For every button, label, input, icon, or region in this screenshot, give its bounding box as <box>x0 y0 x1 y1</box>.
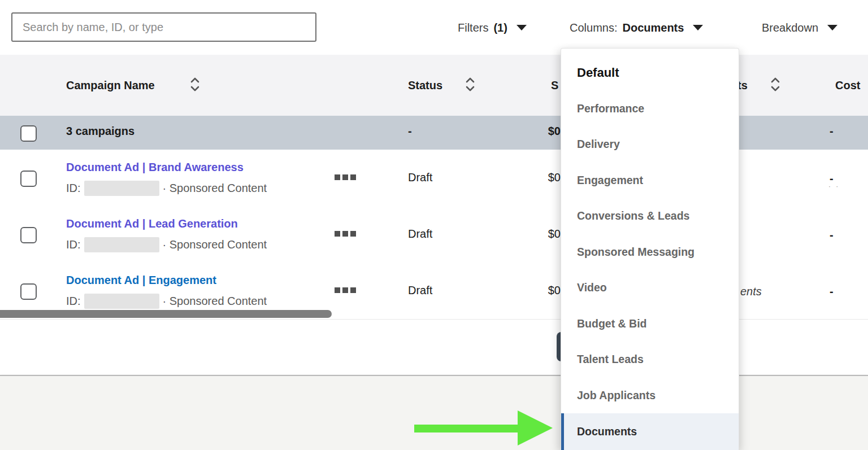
chevron-down-icon <box>693 25 703 30</box>
summary-status: - <box>408 125 412 138</box>
campaign-link[interactable]: Document Ad | Engagement <box>66 274 216 287</box>
status-value: Draft <box>408 228 432 241</box>
menu-item-conversions-leads[interactable]: Conversions & Leads <box>561 198 739 234</box>
menu-item-default[interactable]: Default <box>561 55 739 91</box>
status-value: Draft <box>408 284 432 297</box>
filters-count: (1) <box>493 21 507 34</box>
ellipsis-icon <box>350 174 356 180</box>
menu-item-performance[interactable]: Performance <box>561 91 739 127</box>
campaign-type: · Sponsored Content <box>163 238 267 251</box>
summary-label: 3 campaigns <box>66 125 134 138</box>
column-header-status[interactable]: Status <box>408 79 442 92</box>
row-actions-menu[interactable] <box>335 231 356 237</box>
campaign-id-line: ID: · Sponsored Content <box>66 294 267 309</box>
columns-dropdown-button[interactable]: Columns: Documents <box>570 19 703 36</box>
ellipsis-icon <box>350 231 356 237</box>
sort-icon[interactable] <box>770 76 781 93</box>
search-input[interactable] <box>11 12 316 42</box>
id-label: ID: <box>66 238 81 251</box>
chevron-down-icon <box>827 25 837 30</box>
spend-fragment: $0 <box>528 171 561 184</box>
menu-item-documents[interactable]: Documents <box>561 413 739 450</box>
sort-icon[interactable] <box>465 76 476 93</box>
sort-icon[interactable] <box>189 76 201 93</box>
menu-item-job-applicants[interactable]: Job Applicants <box>561 378 739 414</box>
cost-value: - <box>830 229 834 242</box>
menu-item-sponsored-messaging[interactable]: Sponsored Messaging <box>561 234 739 270</box>
select-checkbox[interactable] <box>20 171 37 187</box>
spend-fragment: $0 <box>528 284 561 297</box>
menu-item-engagement[interactable]: Engagement <box>561 163 739 199</box>
column-header-spend-fragment: S <box>551 79 558 92</box>
menu-item-delivery[interactable]: Delivery <box>561 126 739 163</box>
horizontal-scrollbar[interactable] <box>0 310 332 318</box>
select-all-checkbox[interactable] <box>20 125 37 142</box>
campaign-id-line: ID: · Sponsored Content <box>66 237 267 252</box>
id-label: ID: <box>66 295 81 308</box>
annotation-arrow-icon <box>518 410 553 445</box>
menu-item-video[interactable]: Video <box>561 270 739 306</box>
documents-cell-fragment: ents <box>740 285 762 298</box>
ellipsis-icon <box>342 287 348 293</box>
breakdown-label: Breakdown <box>762 21 818 34</box>
ellipsis-icon <box>335 174 340 180</box>
spend-fragment: $0 <box>528 228 561 241</box>
column-header-cost[interactable]: Cost <box>835 79 860 92</box>
summary-spend-fragment: $0 <box>528 125 561 138</box>
select-checkbox[interactable] <box>20 227 37 243</box>
redacted-id <box>84 237 159 252</box>
cost-value: - <box>830 285 834 298</box>
row-actions-menu[interactable] <box>335 174 356 180</box>
campaign-type: · Sponsored Content <box>163 182 267 195</box>
ellipsis-icon <box>350 287 356 293</box>
campaign-link[interactable]: Document Ad | Lead Generation <box>66 217 238 230</box>
campaign-id-line: ID: · Sponsored Content <box>66 181 267 196</box>
cost-dots: · · <box>828 182 840 190</box>
filters-label: Filters <box>458 21 488 34</box>
menu-item-budget-bid[interactable]: Budget & Bid <box>561 306 739 342</box>
ellipsis-icon <box>342 231 348 237</box>
filters-dropdown-button[interactable]: Filters (1) <box>458 19 527 36</box>
chevron-down-icon <box>517 25 527 30</box>
breakdown-dropdown-button[interactable]: Breakdown <box>762 19 837 36</box>
status-value: Draft <box>408 171 432 184</box>
campaign-link[interactable]: Document Ad | Brand Awareness <box>66 161 244 174</box>
ellipsis-icon <box>342 174 348 180</box>
row-actions-menu[interactable] <box>335 287 356 293</box>
annotation-arrow-icon <box>414 425 520 432</box>
column-header-campaign-name[interactable]: Campaign Name <box>66 79 155 92</box>
redacted-id <box>84 181 159 196</box>
id-label: ID: <box>66 182 81 195</box>
select-checkbox[interactable] <box>20 283 37 300</box>
columns-dropdown-menu: Default Performance Delivery Engagement … <box>561 48 739 450</box>
menu-item-talent-leads[interactable]: Talent Leads <box>561 342 739 378</box>
ellipsis-icon <box>335 231 340 237</box>
ellipsis-icon <box>335 287 340 293</box>
summary-cost: - <box>830 125 834 138</box>
campaign-type: · Sponsored Content <box>163 295 267 308</box>
redacted-id <box>84 294 159 309</box>
columns-selected-value: Documents <box>622 21 684 34</box>
columns-label: Columns: <box>570 21 617 34</box>
